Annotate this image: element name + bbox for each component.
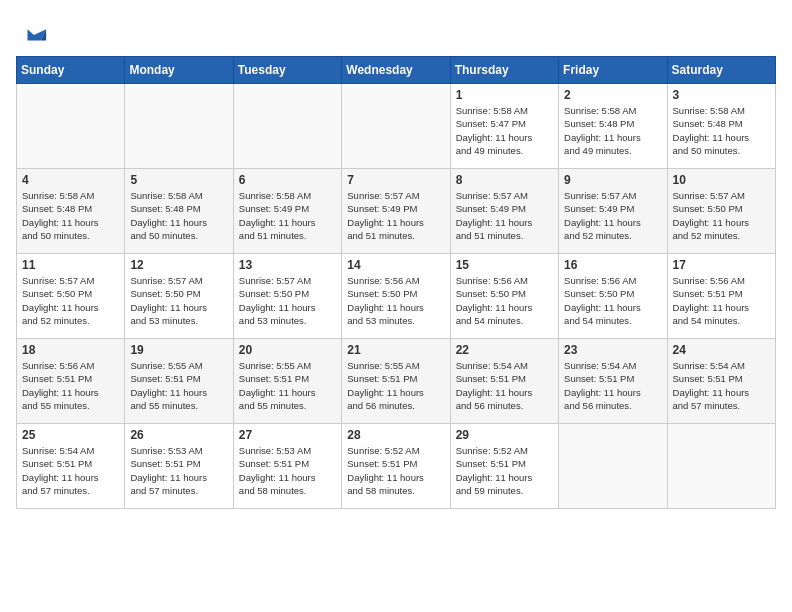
calendar-cell <box>233 84 341 169</box>
day-number: 26 <box>130 428 227 442</box>
calendar-week-5: 25Sunrise: 5:54 AM Sunset: 5:51 PM Dayli… <box>17 424 776 509</box>
day-number: 3 <box>673 88 770 102</box>
day-number: 28 <box>347 428 444 442</box>
calendar-cell: 26Sunrise: 5:53 AM Sunset: 5:51 PM Dayli… <box>125 424 233 509</box>
day-info: Sunrise: 5:54 AM Sunset: 5:51 PM Dayligh… <box>456 359 553 412</box>
day-info: Sunrise: 5:55 AM Sunset: 5:51 PM Dayligh… <box>130 359 227 412</box>
calendar-cell <box>667 424 775 509</box>
calendar-cell: 24Sunrise: 5:54 AM Sunset: 5:51 PM Dayli… <box>667 339 775 424</box>
calendar-cell: 17Sunrise: 5:56 AM Sunset: 5:51 PM Dayli… <box>667 254 775 339</box>
day-info: Sunrise: 5:58 AM Sunset: 5:48 PM Dayligh… <box>22 189 119 242</box>
day-info: Sunrise: 5:57 AM Sunset: 5:50 PM Dayligh… <box>673 189 770 242</box>
calendar-cell: 21Sunrise: 5:55 AM Sunset: 5:51 PM Dayli… <box>342 339 450 424</box>
calendar-cell: 6Sunrise: 5:58 AM Sunset: 5:49 PM Daylig… <box>233 169 341 254</box>
calendar-cell: 10Sunrise: 5:57 AM Sunset: 5:50 PM Dayli… <box>667 169 775 254</box>
page-header <box>16 16 776 48</box>
day-number: 6 <box>239 173 336 187</box>
day-info: Sunrise: 5:55 AM Sunset: 5:51 PM Dayligh… <box>239 359 336 412</box>
day-info: Sunrise: 5:56 AM Sunset: 5:50 PM Dayligh… <box>456 274 553 327</box>
day-number: 17 <box>673 258 770 272</box>
day-info: Sunrise: 5:52 AM Sunset: 5:51 PM Dayligh… <box>347 444 444 497</box>
day-number: 21 <box>347 343 444 357</box>
day-number: 18 <box>22 343 119 357</box>
calendar-cell: 11Sunrise: 5:57 AM Sunset: 5:50 PM Dayli… <box>17 254 125 339</box>
day-header-friday: Friday <box>559 57 667 84</box>
day-number: 4 <box>22 173 119 187</box>
day-number: 11 <box>22 258 119 272</box>
day-number: 5 <box>130 173 227 187</box>
day-number: 24 <box>673 343 770 357</box>
day-number: 23 <box>564 343 661 357</box>
day-info: Sunrise: 5:58 AM Sunset: 5:47 PM Dayligh… <box>456 104 553 157</box>
day-info: Sunrise: 5:57 AM Sunset: 5:49 PM Dayligh… <box>347 189 444 242</box>
day-number: 22 <box>456 343 553 357</box>
calendar-cell <box>342 84 450 169</box>
day-info: Sunrise: 5:57 AM Sunset: 5:50 PM Dayligh… <box>22 274 119 327</box>
calendar-cell <box>125 84 233 169</box>
calendar-cell: 5Sunrise: 5:58 AM Sunset: 5:48 PM Daylig… <box>125 169 233 254</box>
calendar-cell: 20Sunrise: 5:55 AM Sunset: 5:51 PM Dayli… <box>233 339 341 424</box>
day-info: Sunrise: 5:54 AM Sunset: 5:51 PM Dayligh… <box>564 359 661 412</box>
day-number: 2 <box>564 88 661 102</box>
day-header-wednesday: Wednesday <box>342 57 450 84</box>
day-info: Sunrise: 5:57 AM Sunset: 5:49 PM Dayligh… <box>456 189 553 242</box>
day-header-saturday: Saturday <box>667 57 775 84</box>
day-header-sunday: Sunday <box>17 57 125 84</box>
day-info: Sunrise: 5:57 AM Sunset: 5:50 PM Dayligh… <box>239 274 336 327</box>
calendar-cell <box>559 424 667 509</box>
day-info: Sunrise: 5:58 AM Sunset: 5:48 PM Dayligh… <box>673 104 770 157</box>
day-number: 7 <box>347 173 444 187</box>
calendar-cell: 12Sunrise: 5:57 AM Sunset: 5:50 PM Dayli… <box>125 254 233 339</box>
day-info: Sunrise: 5:56 AM Sunset: 5:51 PM Dayligh… <box>673 274 770 327</box>
day-info: Sunrise: 5:54 AM Sunset: 5:51 PM Dayligh… <box>673 359 770 412</box>
day-info: Sunrise: 5:53 AM Sunset: 5:51 PM Dayligh… <box>239 444 336 497</box>
calendar-cell: 4Sunrise: 5:58 AM Sunset: 5:48 PM Daylig… <box>17 169 125 254</box>
calendar-cell: 3Sunrise: 5:58 AM Sunset: 5:48 PM Daylig… <box>667 84 775 169</box>
calendar-header-row: SundayMondayTuesdayWednesdayThursdayFrid… <box>17 57 776 84</box>
calendar-cell: 7Sunrise: 5:57 AM Sunset: 5:49 PM Daylig… <box>342 169 450 254</box>
calendar-cell: 18Sunrise: 5:56 AM Sunset: 5:51 PM Dayli… <box>17 339 125 424</box>
day-number: 9 <box>564 173 661 187</box>
calendar-cell: 2Sunrise: 5:58 AM Sunset: 5:48 PM Daylig… <box>559 84 667 169</box>
day-info: Sunrise: 5:55 AM Sunset: 5:51 PM Dayligh… <box>347 359 444 412</box>
calendar-cell: 25Sunrise: 5:54 AM Sunset: 5:51 PM Dayli… <box>17 424 125 509</box>
day-number: 10 <box>673 173 770 187</box>
day-info: Sunrise: 5:58 AM Sunset: 5:49 PM Dayligh… <box>239 189 336 242</box>
calendar-cell: 9Sunrise: 5:57 AM Sunset: 5:49 PM Daylig… <box>559 169 667 254</box>
calendar-week-3: 11Sunrise: 5:57 AM Sunset: 5:50 PM Dayli… <box>17 254 776 339</box>
day-number: 14 <box>347 258 444 272</box>
day-number: 29 <box>456 428 553 442</box>
calendar-cell: 8Sunrise: 5:57 AM Sunset: 5:49 PM Daylig… <box>450 169 558 254</box>
day-number: 1 <box>456 88 553 102</box>
day-info: Sunrise: 5:56 AM Sunset: 5:50 PM Dayligh… <box>564 274 661 327</box>
day-header-tuesday: Tuesday <box>233 57 341 84</box>
day-number: 12 <box>130 258 227 272</box>
day-info: Sunrise: 5:58 AM Sunset: 5:48 PM Dayligh… <box>130 189 227 242</box>
calendar-cell: 14Sunrise: 5:56 AM Sunset: 5:50 PM Dayli… <box>342 254 450 339</box>
calendar-week-2: 4Sunrise: 5:58 AM Sunset: 5:48 PM Daylig… <box>17 169 776 254</box>
day-number: 13 <box>239 258 336 272</box>
day-number: 20 <box>239 343 336 357</box>
calendar-cell: 1Sunrise: 5:58 AM Sunset: 5:47 PM Daylig… <box>450 84 558 169</box>
day-number: 16 <box>564 258 661 272</box>
calendar-cell: 29Sunrise: 5:52 AM Sunset: 5:51 PM Dayli… <box>450 424 558 509</box>
day-number: 25 <box>22 428 119 442</box>
calendar-table: SundayMondayTuesdayWednesdayThursdayFrid… <box>16 56 776 509</box>
day-info: Sunrise: 5:56 AM Sunset: 5:50 PM Dayligh… <box>347 274 444 327</box>
calendar-cell: 23Sunrise: 5:54 AM Sunset: 5:51 PM Dayli… <box>559 339 667 424</box>
calendar-cell: 15Sunrise: 5:56 AM Sunset: 5:50 PM Dayli… <box>450 254 558 339</box>
logo <box>16 20 48 48</box>
day-info: Sunrise: 5:57 AM Sunset: 5:49 PM Dayligh… <box>564 189 661 242</box>
calendar-week-4: 18Sunrise: 5:56 AM Sunset: 5:51 PM Dayli… <box>17 339 776 424</box>
day-info: Sunrise: 5:56 AM Sunset: 5:51 PM Dayligh… <box>22 359 119 412</box>
calendar-cell: 22Sunrise: 5:54 AM Sunset: 5:51 PM Dayli… <box>450 339 558 424</box>
day-header-thursday: Thursday <box>450 57 558 84</box>
calendar-cell: 27Sunrise: 5:53 AM Sunset: 5:51 PM Dayli… <box>233 424 341 509</box>
calendar-cell: 28Sunrise: 5:52 AM Sunset: 5:51 PM Dayli… <box>342 424 450 509</box>
calendar-cell: 19Sunrise: 5:55 AM Sunset: 5:51 PM Dayli… <box>125 339 233 424</box>
calendar-cell: 16Sunrise: 5:56 AM Sunset: 5:50 PM Dayli… <box>559 254 667 339</box>
day-number: 19 <box>130 343 227 357</box>
day-info: Sunrise: 5:53 AM Sunset: 5:51 PM Dayligh… <box>130 444 227 497</box>
calendar-cell <box>17 84 125 169</box>
day-number: 8 <box>456 173 553 187</box>
